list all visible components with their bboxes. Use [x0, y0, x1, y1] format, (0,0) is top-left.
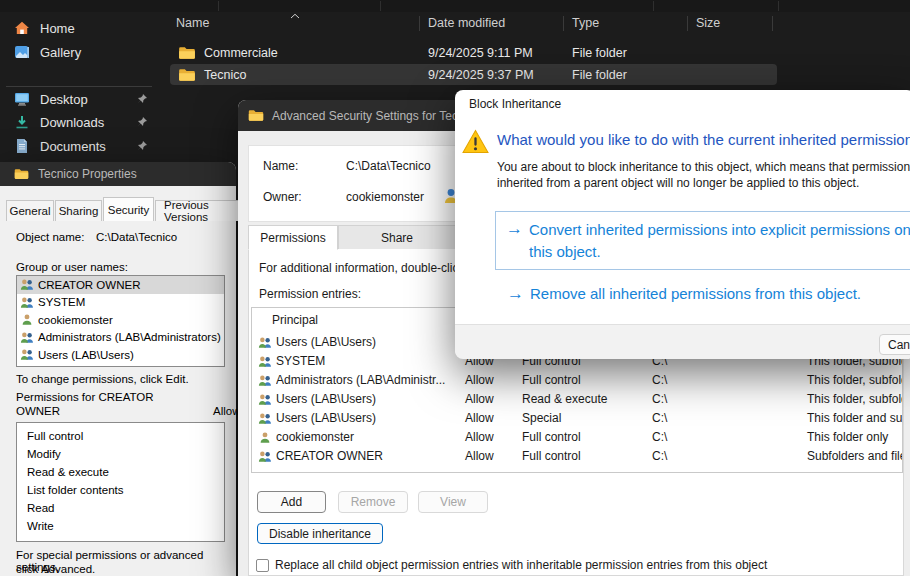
permission-item: List folder contents [17, 481, 224, 499]
object-name-value: C:\Data\Tecnico [96, 231, 177, 243]
group-icon [20, 296, 34, 309]
dialog-title: Block Inheritance [469, 97, 561, 111]
column-header-date[interactable]: Date modified [428, 16, 505, 30]
table-row[interactable]: Administrators (LAB\Administr... Allow F… [252, 371, 902, 390]
pin-icon[interactable] [136, 116, 148, 128]
tab-share[interactable]: Share [338, 225, 456, 250]
name-label: Name: [263, 159, 298, 173]
group-icon [20, 348, 34, 361]
replace-permissions-checkbox[interactable] [256, 559, 269, 572]
sidebar-item-documents[interactable]: Documents [0, 134, 160, 158]
sidebar-item-downloads[interactable]: Downloads [0, 110, 160, 134]
cell-access: Full control [522, 449, 581, 463]
table-row[interactable]: cookiemonster Allow Full control C:\ Thi… [252, 428, 902, 447]
advanced-hint-line2: click Advanced. [16, 563, 95, 575]
table-header-principal[interactable]: Principal [272, 313, 318, 327]
view-button[interactable]: View [418, 491, 488, 513]
table-row[interactable]: Users (LAB\Users) Allow Special C:\ This… [252, 409, 902, 428]
folder-icon [178, 68, 196, 82]
tab-security[interactable]: Security [103, 197, 154, 221]
group-item-label: cookiemonster [38, 314, 113, 326]
tab-permissions[interactable]: Permissions [248, 225, 338, 250]
owner-value: cookiemonster [346, 190, 424, 204]
group-icon [258, 336, 272, 349]
file-type: File folder [572, 68, 627, 82]
name-value: C:\Data\Tecnico [346, 159, 431, 173]
sidebar-item-label: Documents [40, 139, 106, 154]
remove-permissions-option[interactable]: → Remove all inherited permissions from … [507, 284, 907, 306]
file-list-header: Name Date modified Type Size [163, 12, 910, 35]
convert-option-line2: this object. [529, 241, 910, 263]
pin-icon[interactable] [136, 93, 148, 105]
convert-option-line1: Convert inherited permissions into expli… [529, 219, 910, 241]
sidebar-item-home[interactable]: Home [0, 16, 160, 40]
tab-general[interactable]: General [6, 200, 54, 221]
column-header-name[interactable]: Name [176, 16, 209, 30]
permissions-listbox: Full control Modify Read & execute List … [16, 422, 225, 542]
file-row-tecnico[interactable]: Tecnico 9/24/2025 9:37 PM File folder [170, 64, 777, 85]
cell-principal: Administrators (LAB\Administr... [276, 373, 462, 387]
cell-principal: cookiemonster [276, 430, 462, 444]
table-row[interactable]: Users (LAB\Users) Allow Read & execute C… [252, 390, 902, 409]
convert-option-text: Convert inherited permissions into expli… [529, 219, 910, 263]
sort-ascending-icon [290, 13, 300, 19]
group-item-creator-owner[interactable]: CREATOR OWNER [17, 276, 224, 294]
group-item-system[interactable]: SYSTEM [17, 294, 224, 312]
column-header-size[interactable]: Size [696, 16, 720, 30]
remove-button[interactable]: Remove [338, 491, 408, 513]
cell-principal: CREATOR OWNER [276, 449, 462, 463]
cell-principal: Users (LAB\Users) [276, 392, 462, 406]
desktop-icon [14, 91, 30, 107]
dialog-footer: Cancel [455, 324, 910, 359]
sidebar-item-gallery[interactable]: Gallery [0, 40, 160, 64]
group-item-label: CREATOR OWNER [38, 279, 140, 291]
dialog-body-line2: inherited from a parent object will no l… [497, 176, 859, 190]
permission-item: Write [17, 517, 224, 535]
group-user-listbox: CREATOR OWNER SYSTEM cookiemonster Admin… [16, 275, 225, 367]
disable-inheritance-button[interactable]: Disable inheritance [257, 523, 383, 544]
permission-entries-label: Permission entries: [259, 287, 361, 301]
explorer-toolbar-edge [0, 0, 910, 12]
cell-inherited-from: C:\ [652, 430, 667, 444]
dialog-title: Tecnico Properties [38, 167, 137, 181]
column-divider [419, 16, 420, 31]
cell-applies-to: This folder, subfolders and files [807, 373, 903, 387]
group-list-label: Group or user names: [16, 261, 128, 273]
tab-sharing[interactable]: Sharing [55, 200, 102, 221]
group-item-label: Users (LAB\Users) [38, 349, 134, 361]
file-row-commerciale[interactable]: Commerciale 9/24/2025 9:11 PM File folde… [170, 42, 777, 63]
column-divider [687, 16, 688, 31]
cell-access: Full control [522, 430, 581, 444]
owner-label: Owner: [263, 190, 302, 204]
file-name: Commerciale [204, 46, 278, 60]
toolbar-divider [653, 1, 654, 11]
cell-inherited-from: C:\ [652, 392, 667, 406]
group-item-users[interactable]: Users (LAB\Users) [17, 346, 224, 364]
toolbar-divider [380, 1, 381, 11]
sidebar-item-desktop[interactable]: Desktop [0, 87, 160, 111]
cell-applies-to: This folder and subfolders [807, 411, 903, 425]
folder-icon [178, 46, 196, 60]
group-icon [258, 393, 272, 406]
cell-access: Special [522, 411, 561, 425]
group-item-cookiemonster[interactable]: cookiemonster [17, 311, 224, 329]
cell-applies-to: Subfolders and files only [807, 449, 903, 463]
group-item-administrators[interactable]: Administrators (LAB\Administrators) [17, 329, 224, 347]
folder-icon [248, 109, 264, 122]
pin-icon[interactable] [136, 140, 148, 152]
cell-principal: Users (LAB\Users) [276, 411, 462, 425]
properties-titlebar: Tecnico Properties [0, 162, 236, 186]
documents-icon [14, 138, 30, 154]
group-icon [258, 412, 272, 425]
table-row[interactable]: CREATOR OWNER Allow Full control C:\ Sub… [252, 447, 902, 466]
user-icon [258, 431, 272, 444]
add-button[interactable]: Add [257, 491, 326, 513]
cancel-button[interactable]: Cancel [879, 334, 910, 355]
group-icon [20, 331, 34, 344]
convert-permissions-option[interactable]: → Convert inherited permissions into exp… [495, 211, 910, 270]
cell-principal: Users (LAB\Users) [276, 335, 462, 349]
toolbar-divider [218, 1, 219, 11]
edit-hint: To change permissions, click Edit. [16, 373, 189, 385]
column-header-type[interactable]: Type [572, 16, 599, 30]
cell-inherited-from: C:\ [652, 373, 667, 387]
